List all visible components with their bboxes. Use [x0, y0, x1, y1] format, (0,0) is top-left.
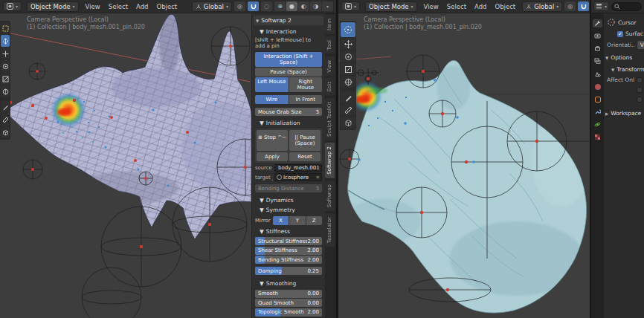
- tab-texture[interactable]: [593, 133, 602, 141]
- pause-sim-button[interactable]: || Pause (Space): [289, 130, 321, 151]
- bending-distance-slider[interactable]: Bending Distance 3: [255, 184, 322, 192]
- viewport-canvas-right[interactable]: [338, 13, 590, 318]
- interaction-button[interactable]: Interaction (Shift + Space): [255, 52, 322, 67]
- properties-editor-type-button[interactable]: ▾: [593, 1, 609, 11]
- tool-add-cube[interactable]: [341, 117, 355, 129]
- mirror-y-button[interactable]: Y: [289, 216, 305, 225]
- tool-add-cube[interactable]: [1, 126, 10, 138]
- menu-object[interactable]: Object: [493, 2, 517, 11]
- tab-scene[interactable]: [593, 70, 602, 78]
- tab-physics[interactable]: [593, 120, 602, 129]
- tab-softwrap[interactable]: Softwrap: [325, 181, 335, 211]
- structural-stiffness-slider[interactable]: Structural Stiffness 2.00: [255, 237, 322, 245]
- wire-option[interactable]: Wire: [255, 95, 289, 104]
- symmetry-section-header[interactable]: ▼ Symmetry: [254, 205, 323, 215]
- transform-orientation[interactable]: Global ▾: [192, 1, 232, 12]
- tool-move[interactable]: [341, 38, 355, 50]
- tool-move[interactable]: [1, 48, 10, 59]
- clear-source-icon[interactable]: ✕: [321, 165, 322, 171]
- left-mouse-option[interactable]: Left Mouse: [255, 77, 289, 92]
- initialization-section-header[interactable]: ▼ Initialization: [254, 118, 323, 128]
- tab-modifiers[interactable]: [593, 108, 602, 116]
- parents-checkbox[interactable]: [637, 97, 643, 103]
- menu-view[interactable]: View: [422, 2, 440, 11]
- shear-stiffness-slider[interactable]: Shear Stiffness 2.00: [255, 247, 322, 255]
- magnet-snap-icon[interactable]: [248, 1, 259, 11]
- tab-softwrap-2[interactable]: Softwrap 2: [325, 143, 335, 178]
- tab-object[interactable]: [593, 95, 602, 103]
- properties-search-input[interactable]: [611, 2, 642, 11]
- magnet-snap-icon[interactable]: [578, 1, 589, 11]
- tab-active-tool[interactable]: [593, 19, 602, 27]
- proportional-edit-icon[interactable]: ◌: [261, 1, 272, 11]
- tool-rotate[interactable]: [341, 51, 355, 62]
- target-field[interactable]: Icosphere ✕: [274, 173, 322, 181]
- locations-checkbox[interactable]: [637, 87, 643, 93]
- tool-rotate[interactable]: [1, 60, 10, 72]
- stiffness-section-header[interactable]: ▼ Stiffness: [254, 227, 323, 236]
- menu-select[interactable]: Select: [445, 2, 468, 11]
- tab-world[interactable]: [593, 82, 602, 91]
- transform-orientation[interactable]: Global ▾: [522, 1, 562, 12]
- tool-annotate[interactable]: [1, 101, 10, 113]
- workspace-section-header[interactable]: ▶ Workspace: [605, 110, 644, 117]
- transform-section-header[interactable]: ▼ Transform: [611, 66, 644, 73]
- tool-cursor[interactable]: [341, 22, 355, 37]
- right-mouse-option[interactable]: Right Mouse: [289, 77, 323, 92]
- tool-select-box[interactable]: [1, 22, 10, 34]
- snap-pivot-icon[interactable]: ◎: [564, 1, 576, 11]
- tab-view[interactable]: View: [325, 56, 335, 77]
- mode-selector[interactable]: Object Mode ▾: [365, 1, 417, 12]
- surface-project-checkbox[interactable]: ✓: [617, 31, 623, 37]
- tool-annotate[interactable]: [341, 91, 355, 103]
- source-field[interactable]: body_mesh.001 ✕: [274, 164, 322, 172]
- tab-view-layer[interactable]: [593, 57, 602, 65]
- shading-wireframe-icon[interactable]: ⊕: [274, 1, 286, 11]
- mirror-z-button[interactable]: Z: [306, 216, 322, 225]
- options-section-header[interactable]: ▼ Options: [605, 54, 644, 61]
- origins-checkbox[interactable]: [637, 77, 643, 83]
- menu-select[interactable]: Select: [107, 2, 129, 11]
- stop-button[interactable]: ⊗ Stop ^~: [257, 130, 288, 151]
- shading-solid-icon[interactable]: ●: [286, 1, 297, 11]
- tab-tesselator[interactable]: Tesselator: [325, 213, 335, 247]
- tool-scale[interactable]: [1, 73, 10, 85]
- dynamics-section-header[interactable]: ▼ Dynamics: [254, 195, 323, 205]
- tool-scale[interactable]: [341, 63, 355, 75]
- menu-add[interactable]: Add: [135, 2, 149, 11]
- apply-button[interactable]: Apply: [257, 152, 288, 161]
- smoothing-section-header[interactable]: ▼ Smoothing: [254, 279, 323, 288]
- editor-type-button[interactable]: ▾: [3, 1, 22, 11]
- menu-add[interactable]: Add: [473, 2, 488, 11]
- damping-slider[interactable]: Damping 0.25: [255, 267, 322, 275]
- reset-button[interactable]: Reset: [289, 152, 321, 161]
- mirror-x-button[interactable]: X: [273, 216, 289, 225]
- tab-edit[interactable]: Edit: [325, 78, 335, 96]
- shading-dropdown-icon[interactable]: ▾: [322, 1, 333, 11]
- menu-object[interactable]: Object: [155, 2, 178, 11]
- tool-transform[interactable]: [341, 76, 355, 88]
- softwrap-panel-header[interactable]: ▼ Softwrap 2: [254, 16, 323, 25]
- quad-smooth-slider[interactable]: Quad Smooth 0.00: [255, 299, 322, 307]
- viewport-right[interactable]: ▾ Object Mode ▾ View Select Add Object G…: [338, 0, 590, 318]
- bending-stiffness-slider[interactable]: Bending Stiffness 2.00: [255, 256, 322, 264]
- mode-selector[interactable]: Object Mode ▾: [27, 1, 79, 12]
- smooth-slider[interactable]: Smooth 0.00: [255, 290, 322, 298]
- interaction-section-header[interactable]: ▼ Interaction: [254, 27, 323, 36]
- editor-type-button[interactable]: ▾: [341, 1, 360, 11]
- menu-view[interactable]: View: [84, 2, 102, 11]
- clear-target-icon[interactable]: ✕: [316, 175, 320, 181]
- tool-cursor[interactable]: [1, 35, 10, 47]
- snap-pivot-icon[interactable]: ◎: [234, 1, 245, 11]
- tool-measure[interactable]: [1, 114, 10, 126]
- shading-rendered-icon[interactable]: ◑: [310, 1, 321, 11]
- mouse-grab-size-slider[interactable]: Mouse Grab Size 3: [255, 108, 322, 116]
- tab-sculpt-toolkit[interactable]: Sculpt ToolKit: [325, 98, 335, 140]
- tab-render[interactable]: [593, 32, 602, 40]
- tab-item[interactable]: Item: [325, 15, 335, 34]
- tool-measure[interactable]: [341, 104, 355, 116]
- orientation-dropdown[interactable]: View: [637, 41, 644, 49]
- in-front-option[interactable]: In Front: [289, 95, 323, 104]
- topologic-smooth-slider[interactable]: Topologic Smooth 2.00: [255, 308, 322, 317]
- tab-tool[interactable]: Tool: [325, 36, 335, 54]
